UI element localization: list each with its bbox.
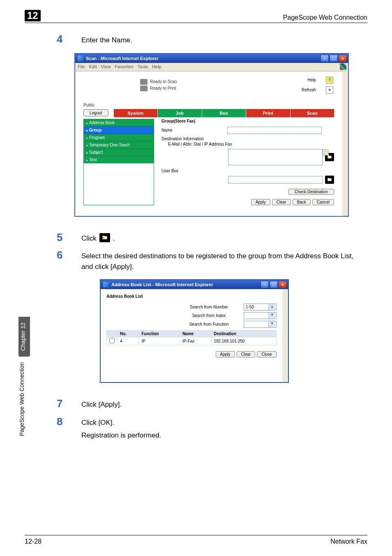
search-from-function-label: Search from Function (179, 322, 239, 327)
side-tab-chapter: Chapter 12 (18, 317, 30, 357)
apply-button[interactable]: Apply (251, 199, 270, 205)
name-label: Name (161, 128, 227, 132)
footer-title: Network Fax (330, 538, 367, 545)
step-text: Select the desired destinations to be re… (81, 251, 365, 272)
ie-icon (78, 56, 83, 61)
step-text: Enter the Name. (81, 35, 132, 46)
close-button[interactable]: × (279, 281, 287, 288)
user-label: Public (83, 103, 334, 107)
search-function-select[interactable] (244, 321, 277, 328)
chapter-number-badge: 12 (25, 10, 41, 21)
nav-text[interactable]: Text (84, 156, 154, 163)
step-number: 7 (57, 398, 69, 409)
row-checkbox[interactable] (109, 338, 115, 343)
page-header-title: PageScope Web Connection (283, 14, 367, 21)
address-book-list-header: Address Book List (106, 294, 277, 299)
col-function: Function (139, 331, 180, 337)
menu-edit[interactable]: Edit (89, 64, 97, 69)
name-input[interactable] (227, 127, 322, 134)
logout-button[interactable]: Logout (83, 109, 108, 116)
minimize-button[interactable]: – (321, 55, 329, 62)
window-titlebar: Address Book List - Microsoft Internet E… (101, 280, 288, 289)
scanner-icon (140, 79, 148, 85)
window-titlebar: Scan - Microsoft Internet Explorer – □ × (75, 54, 348, 63)
side-tab: Chapter 12 PageScope Web Connection (18, 317, 30, 493)
back-button[interactable]: Back (293, 199, 311, 205)
cell-name: IP-Fax (180, 337, 211, 345)
page-number: 12-28 (25, 538, 42, 545)
step-number: 6 (57, 250, 69, 260)
step-number: 8 (57, 416, 69, 427)
userbox-browse-icon[interactable] (325, 176, 334, 184)
search-index-select[interactable] (244, 312, 277, 319)
table-row[interactable]: 4 IP IP-Fax 192.168.101.250 (107, 337, 277, 345)
printer-icon (140, 86, 148, 91)
search-from-number-label: Search from Number (179, 305, 239, 309)
side-nav: Address Book Group Program Temporary One… (83, 119, 154, 205)
step-follow-text: Registration is performed. (81, 430, 161, 441)
destination-sub-label: E-Mail / Abbr. Dial / IP Address Fax (168, 142, 232, 146)
destination-info-label: Destination Information (161, 137, 227, 141)
tab-system[interactable]: System (114, 109, 157, 117)
menu-tools[interactable]: Tools (138, 64, 148, 69)
clear-button[interactable]: Clear (272, 199, 291, 205)
step-number: 4 (57, 34, 69, 44)
menu-favorites[interactable]: Favorites (115, 64, 133, 69)
col-no: No. (118, 331, 139, 337)
menu-view[interactable]: View (101, 64, 111, 69)
close-button[interactable]: Close (257, 351, 277, 357)
windows-flag-icon (340, 63, 346, 70)
window-title: Scan - Microsoft Internet Explorer (86, 56, 321, 61)
col-destination: Destination (211, 331, 277, 337)
maximize-button[interactable]: □ (330, 55, 338, 62)
step-text: Click . (81, 233, 115, 244)
nav-temporary-one-touch[interactable]: Temporary One-Touch (84, 141, 154, 149)
col-name: Name (180, 331, 211, 337)
cancel-button[interactable]: Cancel (312, 199, 334, 205)
tab-box[interactable]: Box (202, 109, 246, 117)
nav-group[interactable]: Group (84, 127, 154, 134)
tab-scan[interactable]: Scan (291, 109, 334, 117)
menu-help[interactable]: Help (152, 64, 161, 69)
menu-bar: File Edit View Favorites Tools Help (75, 63, 348, 71)
close-button[interactable]: × (339, 55, 347, 62)
step-text: Click [Apply]. (81, 399, 122, 410)
apply-button[interactable]: Apply (216, 351, 235, 357)
destination-textarea[interactable]: ˄ (228, 149, 323, 165)
ie-window-screenshot: Scan - Microsoft Internet Explorer – □ ×… (74, 53, 349, 217)
address-book-table: No. Function Name Destination 4 IP IP-Fa… (106, 330, 277, 345)
window-title: Address Book List - Microsoft Internet E… (111, 282, 261, 287)
cell-function: IP (139, 337, 180, 345)
cell-destination: 192.168.101.250 (211, 337, 277, 345)
cell-no: 4 (118, 337, 139, 345)
add-destination-icon (99, 233, 110, 242)
help-link[interactable]: Help (307, 78, 316, 82)
step-text: Click [OK]. (81, 417, 114, 428)
nav-program[interactable]: Program (84, 134, 154, 141)
help-icon[interactable]: ? (326, 76, 333, 84)
nav-address-book[interactable]: Address Book (84, 119, 154, 127)
search-from-index-label: Search from Index (179, 313, 239, 318)
ready-scan-text: Ready to Scan (150, 79, 177, 84)
ie-icon (103, 282, 109, 287)
step-number: 5 (57, 232, 69, 243)
check-destination-button[interactable]: Check Destination (288, 189, 334, 195)
menu-file[interactable]: File (78, 64, 85, 69)
search-number-select[interactable]: 1-50 (244, 303, 277, 310)
tab-print[interactable]: Print (246, 109, 290, 117)
clear-button[interactable]: Clear (237, 351, 256, 357)
address-book-list-window: Address Book List - Microsoft Internet E… (100, 279, 289, 383)
ready-print-text: Ready to Print (150, 86, 176, 90)
refresh-link[interactable]: Refresh (302, 88, 316, 92)
col-checkbox (107, 331, 118, 337)
userbox-input[interactable] (228, 176, 323, 183)
minimize-button[interactable]: – (261, 281, 269, 288)
side-tab-label: PageScope Web Connection (18, 357, 30, 442)
nav-subject[interactable]: Subject (84, 149, 154, 156)
userbox-label: User Box (161, 169, 227, 173)
refresh-icon[interactable]: ✦ (326, 86, 333, 94)
scroll-up-icon[interactable]: ˄ (323, 149, 329, 155)
panel-title: Group(Store Fax) (161, 119, 334, 123)
tab-job[interactable]: Job (158, 109, 201, 117)
maximize-button[interactable]: □ (270, 281, 278, 288)
